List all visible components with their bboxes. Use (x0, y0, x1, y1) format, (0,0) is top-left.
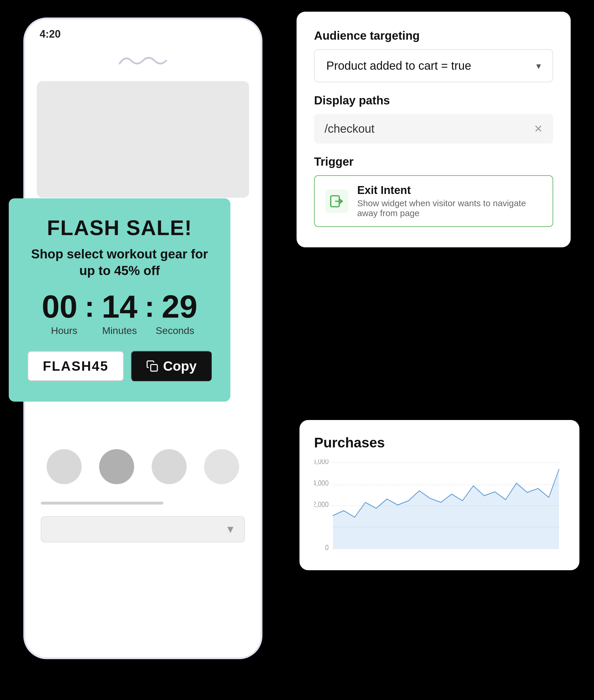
phone-bars (41, 502, 245, 505)
countdown-minutes: 14 (102, 290, 137, 323)
svg-text:2,000: 2,000 (314, 501, 329, 509)
phone-bottom-area: ▼ (23, 438, 262, 554)
copy-icon (146, 360, 158, 372)
hours-label: Hours (38, 325, 90, 336)
phone-dropdown-arrow: ▼ (225, 523, 236, 536)
display-paths-title: Display paths (314, 94, 553, 107)
trigger-section: Trigger Exit Intent Show widget when vis… (314, 155, 553, 227)
svg-text:4,000: 4,000 (314, 479, 329, 487)
phone-dropdown: ▼ (41, 516, 245, 542)
audience-dropdown-arrow-icon: ▾ (536, 60, 541, 71)
countdown-hours: 00 (42, 290, 77, 323)
phone-circles (23, 449, 262, 484)
trigger-text: Exit Intent Show widget when visitor wan… (357, 184, 542, 218)
exit-intent-icon (330, 194, 344, 209)
countdown-seconds: 29 (162, 290, 197, 323)
countdown-labels: Hours Minutes Seconds (23, 325, 216, 336)
svg-text:0: 0 (325, 543, 329, 551)
svg-text:6,000: 6,000 (314, 459, 329, 466)
phone-circle-2 (99, 449, 134, 484)
phone-image-placeholder (37, 81, 249, 198)
status-bar: 4:20 (25, 19, 261, 43)
purchases-card: Purchases 6,000 4,000 2,000 0 (299, 420, 580, 570)
minutes-label: Minutes (93, 325, 146, 336)
svg-rect-0 (151, 364, 158, 371)
purchases-title: Purchases (314, 435, 565, 451)
flash-sale-widget: FLASH SALE! Shop select workout gear for… (9, 198, 230, 402)
trigger-title: Trigger (314, 155, 553, 168)
audience-targeting-card: Audience targeting Product added to cart… (297, 12, 571, 247)
exit-intent-desc: Show widget when visitor wants to naviga… (357, 198, 542, 218)
flash-sale-subtitle: Shop select workout gear for up to 45% o… (23, 246, 216, 279)
copy-button[interactable]: Copy (131, 351, 212, 381)
status-time: 4:20 (40, 28, 61, 40)
coupon-row: FLASH45 Copy (23, 351, 216, 381)
flash-sale-title: FLASH SALE! (23, 216, 216, 240)
phone-circle-1 (47, 449, 81, 484)
coupon-code: FLASH45 (27, 351, 124, 381)
phone-circle-3 (152, 449, 187, 484)
audience-dropdown-value: Product added to cart = true (326, 59, 471, 72)
path-input-row: /checkout ✕ (314, 114, 553, 144)
copy-button-label: Copy (163, 358, 197, 374)
seconds-label: Seconds (149, 325, 201, 336)
countdown-colon-1: : (85, 292, 95, 321)
phone-bar-1 (41, 502, 163, 505)
phone-squiggle (25, 43, 261, 75)
phone-circle-4 (204, 449, 239, 484)
display-paths-section: Display paths /checkout ✕ (314, 94, 553, 144)
countdown-colon-2: : (145, 292, 154, 321)
path-value: /checkout (325, 122, 528, 135)
purchases-chart: 6,000 4,000 2,000 0 (314, 459, 565, 559)
exit-intent-icon-wrap (325, 190, 349, 213)
path-close-icon[interactable]: ✕ (534, 123, 543, 135)
countdown: 00 : 14 : 29 (23, 290, 216, 323)
audience-section-title: Audience targeting (314, 29, 553, 42)
exit-intent-title: Exit Intent (357, 184, 542, 197)
trigger-box[interactable]: Exit Intent Show widget when visitor wan… (314, 175, 553, 227)
audience-dropdown[interactable]: Product added to cart = true ▾ (314, 49, 553, 82)
